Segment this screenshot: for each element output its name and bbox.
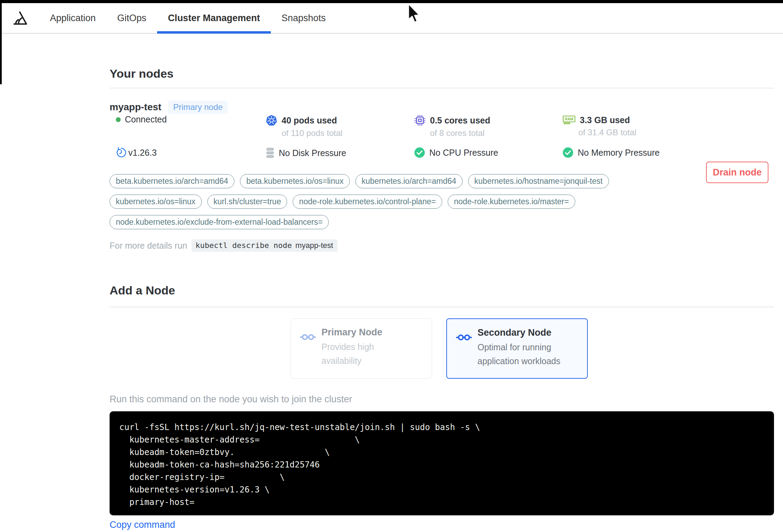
command-line: primary-host= [119, 496, 764, 508]
cores-total: of 8 cores total [430, 128, 562, 138]
add-node-title: Add a Node [110, 284, 175, 297]
kubectl-describe-chip: kubectl describe nodemyapp-test [191, 239, 337, 252]
nodes-icon [456, 332, 472, 343]
ram-icon: RAM [562, 114, 576, 126]
pods-total: of 110 pods total [282, 128, 414, 138]
card-title: Primary Node [321, 327, 405, 338]
node-header: myapp-test Primary node [110, 101, 774, 114]
primary-node-badge: Primary node [168, 101, 227, 114]
node-labels: beta.kubernetes.io/arch=amd64 beta.kuber… [110, 174, 685, 229]
check-circle-icon [562, 147, 574, 158]
node-type-cards: Primary Node Provides high availability … [291, 318, 588, 379]
details-hint-text: For more details run [110, 241, 187, 251]
node-label-pill: kurl.sh/cluster=true [207, 195, 287, 209]
command-line: kubernetes-master-address= \ [119, 434, 764, 446]
node-label-pill: kubernetes.io/hostname=jonquil-test [468, 174, 609, 188]
command-line: docker-registry-ip= \ [119, 471, 764, 483]
card-text: Primary Node Provides high availability [321, 327, 405, 370]
node-status-cell: Connected [110, 114, 266, 138]
node-label-pill: node-role.kubernetes.io/control-plane= [293, 195, 442, 209]
section-divider [110, 307, 774, 307]
node-card: myapp-test Primary node Connected [110, 101, 774, 114]
cpu-chip-icon [414, 114, 426, 126]
cores-used: 0.5 cores used [430, 115, 490, 126]
node-label-pill: kubernetes.io/arch=amd64 [355, 174, 463, 188]
card-text: Secondary Node Optimal for running appli… [477, 327, 568, 370]
your-nodes-title: Your nodes [110, 67, 174, 80]
cpu-cell: 0.5 cores used of 8 cores total [414, 114, 562, 138]
node-label-pill: kubernetes.io/os=linux [110, 195, 202, 209]
memory-pressure-text: No Memory Pressure [578, 148, 660, 158]
node-label-pill: beta.kubernetes.io/arch=amd64 [110, 174, 234, 188]
details-hint-line: For more details run kubectl describe no… [110, 239, 337, 252]
command-line: curl -fsSL https://kurl.sh/jq-new-test-u… [119, 421, 764, 434]
tab-snapshots[interactable]: Snapshots [271, 3, 337, 33]
tab-gitops[interactable]: GitOps [106, 3, 157, 33]
memory-total: of 31.4 GB total [578, 128, 774, 137]
nav-tabs: Application GitOps Cluster Management Sn… [39, 3, 336, 33]
kubectl-node-arg: myapp-test [295, 241, 333, 250]
node-name: myapp-test [110, 102, 161, 113]
node-status: Connected [125, 114, 167, 125]
join-command-block: curl -fsSL https://kurl.sh/jq-new-test-u… [110, 411, 774, 515]
tab-application[interactable]: Application [39, 3, 106, 33]
top-nav: Application GitOps Cluster Management Sn… [2, 3, 783, 34]
command-line: kubeadm-token=0ztbvy. \ [119, 446, 764, 458]
node-label-pill: node.kubernetes.io/exclude-from-external… [110, 215, 329, 229]
secondary-node-card[interactable]: Secondary Node Optimal for running appli… [446, 318, 588, 379]
memory-cell: RAM 3.3 GB used of 31.4 GB total [562, 114, 774, 138]
node-stats-grid: Connected 40 pods used [110, 114, 774, 159]
check-circle-icon [414, 147, 425, 158]
node-label-pill: beta.kubernetes.io/os=linux [240, 174, 350, 188]
kubernetes-icon [266, 114, 277, 126]
status-dot-icon [116, 117, 121, 122]
nodes-icon [300, 332, 316, 342]
cpu-pressure-text: No CPU Pressure [429, 148, 498, 158]
window-top-edge [0, 0, 783, 3]
disk-pressure-text: No Disk Pressure [279, 148, 346, 158]
copy-command-link[interactable]: Copy command [110, 520, 175, 530]
primary-node-card[interactable]: Primary Node Provides high availability [291, 318, 432, 379]
tab-cluster-management[interactable]: Cluster Management [157, 3, 271, 33]
drain-node-button[interactable]: Drain node [706, 162, 768, 183]
node-version: v1.26.3 [128, 148, 157, 158]
cpu-pressure-cell: No CPU Pressure [414, 147, 562, 159]
card-subtitle: Provides high availability [321, 340, 405, 368]
section-divider [110, 88, 774, 88]
version-cell: v1.26.3 [110, 147, 266, 159]
pods-used: 40 pods used [282, 115, 337, 126]
card-subtitle: Optimal for running application workload… [477, 340, 568, 368]
command-line: kubernetes-version=v1.26.3 \ [119, 483, 764, 496]
svg-text:RAM: RAM [565, 117, 573, 121]
command-line: kubeadm-token-ca-hash=sha256:221d25746 [119, 458, 764, 471]
card-title: Secondary Node [477, 327, 568, 338]
disk-icon [266, 147, 275, 159]
join-instruction-text: Run this command on the node you wish to… [110, 394, 352, 405]
disk-pressure-cell: No Disk Pressure [266, 147, 414, 159]
pods-cell: 40 pods used of 110 pods total [266, 114, 414, 138]
node-label-pill: node-role.kubernetes.io/master= [448, 195, 575, 209]
memory-used: 3.3 GB used [580, 115, 630, 125]
version-icon [116, 147, 127, 158]
replicated-logo-icon [11, 10, 27, 26]
memory-pressure-cell: No Memory Pressure [562, 147, 774, 159]
